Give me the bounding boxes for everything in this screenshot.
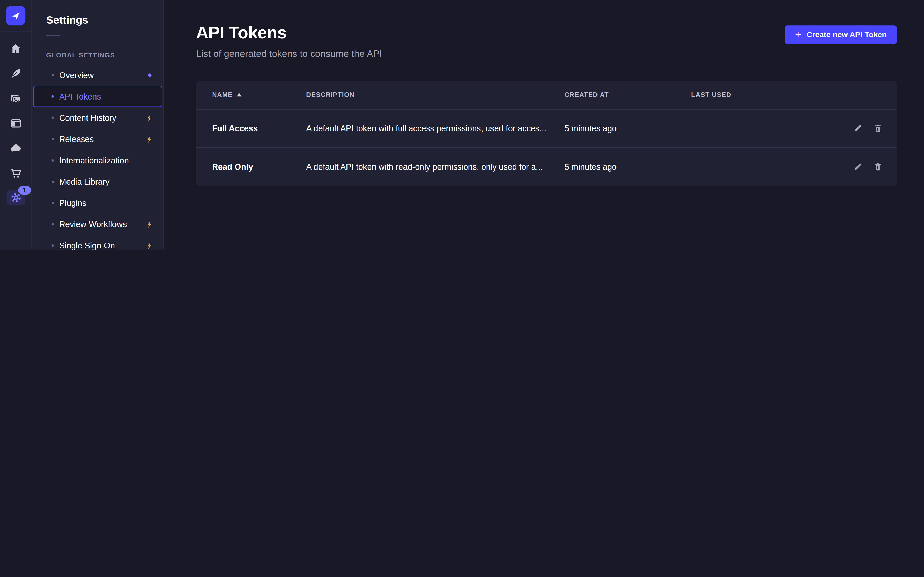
sidebar-item-api-tokens[interactable]: API Tokens [33,86,162,107]
bullet-icon [52,138,54,140]
bullet-icon [52,117,54,119]
bullet-icon [52,202,54,204]
column-header-label: DESCRIPTION [306,91,355,98]
media-library-icon [10,92,22,105]
page-header-text: API Tokens List of generated tokens to c… [196,24,382,59]
home-icon [10,42,22,55]
column-header-label: NAME [212,91,233,98]
edit-button[interactable] [853,124,863,133]
token-description: A default API token with read-only permi… [306,162,564,172]
title-divider [46,35,60,36]
token-description: A default API token with full access per… [306,124,564,133]
column-header-last-used: LAST USED [691,91,826,98]
sidebar-item-label: Plugins [59,198,87,208]
bullet-icon [52,223,54,226]
bullet-icon [52,74,54,76]
sidebar-item-label: Single Sign-On [59,241,115,250]
icon-rail: 1 KD [0,0,32,250]
row-actions [826,124,883,133]
sidebar-item-review-workflows[interactable]: Review Workflows [33,214,162,235]
page-subtitle: List of generated tokens to consume the … [196,48,382,59]
bullet-icon [52,181,54,183]
main-content: API Tokens List of generated tokens to c… [164,0,924,250]
delete-button[interactable] [874,162,883,171]
token-created-at: 5 minutes ago [564,162,691,172]
strapi-admin-app: 1 KD Settings GLOBAL SETTINGS Overview A… [0,0,924,250]
notification-dot [148,73,152,77]
column-header-label: CREATED AT [564,91,609,98]
create-api-token-label: Create new API Token [807,30,887,39]
lightning-icon [146,135,153,143]
table-row-full-access[interactable]: Full Access A default API token with ful… [196,109,897,147]
sidebar-item-label: Media Library [59,177,110,187]
api-tokens-table: NAME DESCRIPTION CREATED AT LAST USED Fu… [196,81,897,186]
token-name: Full Access [212,124,306,133]
sidebar-item-plugins[interactable]: Plugins [33,192,162,214]
sidebar-item-label: Review Workflows [59,219,127,229]
sidebar-item-settings[interactable]: 1 [0,185,31,210]
lightning-icon [146,242,153,250]
feather-icon [10,67,22,79]
sidebar-item-media-library-settings[interactable]: Media Library [33,171,162,192]
bullet-icon [52,159,54,161]
delete-button[interactable] [874,124,883,133]
sidebar-item-label: Internationalization [59,156,129,165]
sidebar-item-single-sign-on[interactable]: Single Sign-On [33,235,162,250]
sidebar-item-marketplace[interactable] [0,160,31,185]
settings-subnav: Settings GLOBAL SETTINGS Overview API To… [32,0,164,250]
token-created-at: 5 minutes ago [564,124,691,133]
sidebar-item-content-manager[interactable] [0,111,31,135]
divider [0,31,31,32]
sidebar-item-overview[interactable]: Overview [33,64,162,86]
sidebar-item-label: Releases [59,134,94,144]
cloud-icon [10,142,22,154]
create-api-token-button[interactable]: + Create new API Token [785,26,897,44]
sidebar-item-releases[interactable]: Releases [33,129,162,150]
pencil-icon [853,124,863,133]
column-header-created-at: CREATED AT [564,91,691,98]
row-actions [826,162,883,171]
settings-badge: 1 [18,186,30,195]
sidebar-item-deploy[interactable] [0,135,31,160]
pencil-icon [853,162,863,171]
trash-icon [874,162,883,171]
shopping-cart-icon [10,167,22,179]
sidebar-item-label: Content History [59,113,116,122]
table-header-row: NAME DESCRIPTION CREATED AT LAST USED [196,81,897,109]
column-header-label: LAST USED [691,91,731,98]
section-label-global-settings: GLOBAL SETTINGS [46,52,149,59]
settings-active-highlight: 1 [6,190,25,205]
lightning-icon [146,221,153,228]
sort-ascending-icon [237,93,242,97]
trash-icon [874,124,883,133]
sidebar-item-label: Overview [59,71,94,80]
page-title: API Tokens [196,24,382,43]
sidebar-item-media-library[interactable] [0,86,31,111]
strapi-logo[interactable] [6,6,26,26]
layout-panel-icon [10,117,22,129]
column-header-description: DESCRIPTION [306,91,564,98]
subnav-title: Settings [32,0,163,27]
sidebar-item-content-history[interactable]: Content History [33,107,162,129]
sidebar-item-internationalization[interactable]: Internationalization [33,150,162,171]
table-row-read-only[interactable]: Read Only A default API token with read-… [196,147,897,186]
strapi-logo-icon [10,10,21,21]
bullet-icon [52,244,54,247]
edit-button[interactable] [853,162,863,171]
bullet-icon [52,95,54,98]
token-name: Read Only [212,162,306,172]
sidebar-item-home[interactable] [0,36,31,61]
sidebar-item-content[interactable] [0,61,31,86]
column-header-name[interactable]: NAME [212,91,306,98]
lightning-icon [146,114,153,122]
sidebar-item-label: API Tokens [59,92,101,101]
page-header: API Tokens List of generated tokens to c… [164,0,924,59]
